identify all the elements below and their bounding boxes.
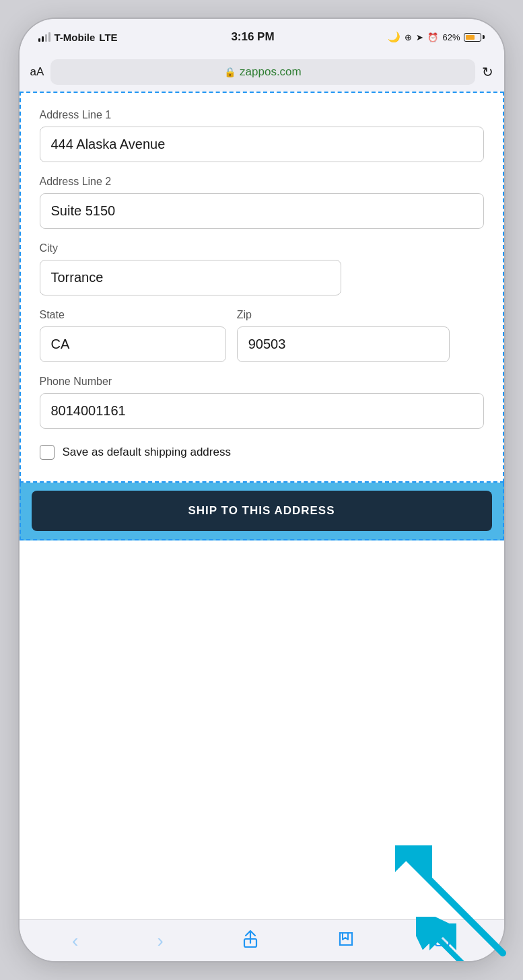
signal-bars-icon [38,32,50,42]
address-line2-input[interactable] [40,193,484,229]
ship-button-container: SHIP TO THIS ADDRESS [20,483,504,540]
address-line2-label: Address Line 2 [40,176,484,188]
lock-icon: 🔒 [224,67,236,77]
default-shipping-checkbox[interactable] [40,445,55,460]
state-input[interactable] [40,326,226,362]
svg-rect-2 [438,934,447,944]
zip-input[interactable] [237,326,450,362]
network-label: LTE [99,32,117,43]
city-label: City [40,242,484,254]
url-bar[interactable]: 🔒 zappos.com [50,59,475,85]
url-text: zappos.com [240,65,302,79]
zip-label: Zip [237,309,450,321]
phone-label: Phone Number [40,376,484,388]
carrier-label: T-Mobile [55,32,96,43]
default-shipping-row[interactable]: Save as default shipping address [40,445,484,460]
state-zip-labels: State Zip [40,309,484,321]
phone-frame: T-Mobile LTE 3:16 PM 🌙 ⊕ ➤ ⏰ 62% aA 🔒 [20,19,504,961]
status-right: 🌙 ⊕ ➤ ⏰ 62% [388,31,485,43]
time-display: 3:16 PM [231,30,274,44]
content-scroll[interactable]: Address Line 1 Address Line 2 City State… [20,92,504,919]
tabs-button[interactable] [428,925,456,957]
navigation-icon: ➤ [416,32,423,42]
status-left: T-Mobile LTE [38,32,118,43]
ship-to-address-button[interactable]: SHIP TO THIS ADDRESS [32,491,492,531]
form-container: Address Line 1 Address Line 2 City State… [20,92,504,483]
forward-button[interactable]: › [151,925,168,957]
share-button[interactable] [237,924,264,958]
battery-percent: 62% [442,32,460,42]
moon-icon: 🌙 [388,31,400,43]
bookmarks-button[interactable] [332,925,360,957]
default-shipping-label: Save as default shipping address [63,446,231,459]
address-line1-label: Address Line 1 [40,109,484,121]
reload-button[interactable]: ↻ [482,64,493,80]
address-line1-input[interactable] [40,127,484,162]
state-label: State [40,309,226,321]
browser-bar: aA 🔒 zappos.com ↻ [20,55,504,92]
back-button[interactable]: ‹ [67,925,83,957]
browser-bottom-bar: ‹ › [20,919,504,961]
alarm-icon: ⏰ [427,32,438,42]
location-icon: ⊕ [405,32,412,42]
status-bar: T-Mobile LTE 3:16 PM 🌙 ⊕ ➤ ⏰ 62% [20,19,504,55]
main-content: Address Line 1 Address Line 2 City State… [20,92,504,919]
battery-indicator [464,33,485,42]
state-zip-row [40,326,484,362]
text-size-button[interactable]: aA [30,65,44,79]
phone-input[interactable] [40,393,484,429]
city-input[interactable] [40,260,342,295]
